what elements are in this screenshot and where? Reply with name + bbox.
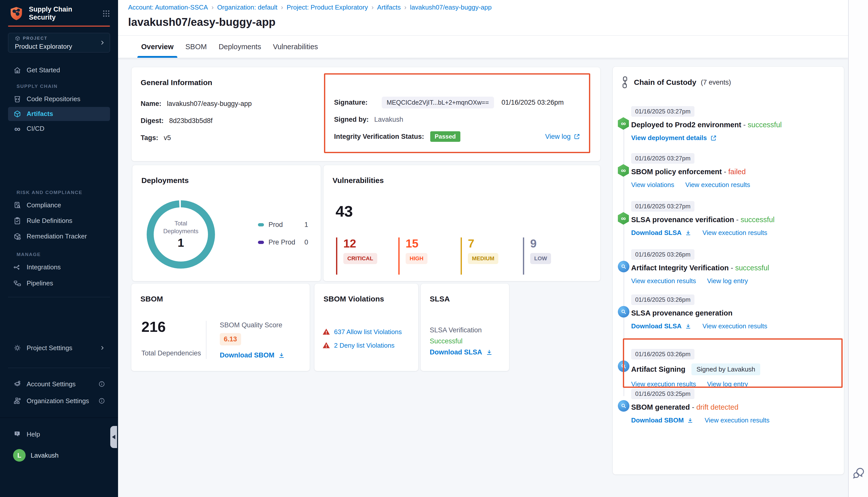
download-slsa-link[interactable]: Download SLSA — [631, 229, 691, 237]
event-status: failed — [728, 168, 746, 176]
pre-prod-legend-dot — [258, 241, 264, 244]
module-grid-icon[interactable] — [101, 9, 111, 18]
donut-center-label: Total Deployments — [161, 219, 201, 235]
project-selector[interactable]: PROJECT Product Exploratory — [8, 33, 110, 53]
total-dependencies-value: 216 — [141, 318, 166, 335]
pipeline-hexagon-icon: ∞ — [618, 117, 629, 130]
signature-timestamp: 01/16/2025 03:26pm — [502, 99, 564, 106]
download-sbom-link[interactable]: Download SBOM — [220, 351, 285, 359]
breadcrumb-organization[interactable]: Organization: default — [217, 3, 278, 11]
sidebar-item-project-settings[interactable]: Project Settings — [8, 341, 110, 355]
download-icon — [685, 323, 691, 330]
sidebar-item-label: Compliance — [27, 201, 61, 209]
sidebar-section-risk-compliance: RISK AND COMPLIANCE — [17, 190, 118, 195]
view-execution-results-link[interactable]: View execution results — [702, 322, 767, 330]
event-status: successful — [748, 121, 782, 129]
view-execution-results-link[interactable]: View execution results — [704, 416, 769, 424]
sbom-quality-score-value: 6.13 — [220, 333, 241, 345]
sidebar-item-account-settings[interactable]: Account Settings — [8, 377, 110, 391]
view-execution-results-link[interactable]: View execution results — [702, 229, 767, 237]
sidebar-item-pipelines[interactable]: Pipelines — [8, 276, 110, 290]
artifact-cube-icon — [13, 110, 22, 118]
sidebar-item-remediation-tracker[interactable]: Remediation Tracker — [8, 229, 110, 243]
signed-by-row: Signed by: Lavakush — [334, 114, 580, 125]
org-gear-icon — [13, 397, 22, 405]
sidebar-item-code-repositories[interactable]: Code Repositories — [8, 92, 110, 106]
sbom-quality-score-label: SBOM Quality Score — [220, 321, 285, 329]
view-log-link[interactable]: View log — [545, 133, 580, 141]
sbom-card: SBOM 216 Total Dependencies SBOM Quality… — [131, 284, 310, 371]
view-execution-results-link[interactable]: View execution results — [685, 181, 750, 189]
download-icon — [687, 417, 694, 424]
breadcrumb-separator: › — [372, 3, 374, 11]
slsa-card: SLSA SLSA Verification Successful Downlo… — [421, 284, 509, 371]
allow-list-violations-row: 637 Allow list Violations — [322, 328, 402, 336]
sidebar-item-integrations[interactable]: Integrations — [8, 260, 110, 274]
severity-critical: 12 CRITICAL — [336, 238, 398, 274]
download-sbom-link[interactable]: Download SBOM — [631, 416, 694, 424]
total-dependencies-label: Total Dependencies — [141, 350, 201, 357]
external-link-icon — [710, 135, 717, 141]
warning-triangle-icon — [322, 341, 330, 350]
panel-title: Chain of Custody — [634, 78, 696, 87]
chat-bubbles-icon[interactable] — [852, 466, 866, 480]
breadcrumb-account[interactable]: Account: Automation-SSCA — [128, 3, 208, 11]
infinity-icon: ∞ — [13, 125, 22, 133]
donut-center-value: 1 — [178, 236, 184, 250]
scan-circle-icon — [618, 261, 629, 272]
breadcrumb-project[interactable]: Project: Product Exploratory — [286, 3, 368, 11]
deny-list-violations-row: 2 Deny list Violations — [322, 341, 395, 350]
slsa-verification-label: SLSA Verification — [430, 326, 482, 334]
sidebar-item-label: Pipelines — [27, 279, 53, 287]
collapse-left-icon — [112, 435, 115, 439]
digest-row: Digest: 8d23bd3b5d8f — [141, 116, 212, 125]
clipboard-check-icon — [13, 217, 22, 225]
sidebar-item-organization-settings[interactable]: Organization Settings — [8, 394, 110, 408]
download-slsa-link[interactable]: Download SLSA — [631, 322, 691, 330]
sidebar-item-help[interactable]: ? Help — [8, 427, 110, 441]
sidebar-item-artifacts[interactable]: Artifacts — [8, 107, 110, 121]
severity-badge: HIGH — [406, 253, 428, 264]
breadcrumb-artifacts[interactable]: Artifacts — [377, 3, 401, 11]
view-violations-link[interactable]: View violations — [631, 181, 674, 189]
sidebar-collapse-toggle[interactable] — [110, 426, 117, 448]
deny-list-violations-link[interactable]: 2 Deny list Violations — [334, 342, 395, 350]
tab-sbom[interactable]: SBOM — [182, 36, 210, 58]
prod-legend-dot — [258, 223, 264, 226]
external-link-icon — [574, 133, 580, 140]
breadcrumb-artifact-name[interactable]: lavakush07/easy-buggy-app — [410, 3, 491, 11]
severity-medium: 7 MEDIUM — [461, 238, 523, 274]
user-menu[interactable]: L Lavakush — [8, 448, 110, 463]
view-deployment-details-link[interactable]: View deployment details — [631, 134, 717, 142]
sidebar-item-compliance[interactable]: Compliance — [8, 198, 110, 212]
event-timestamp: 01/16/2025 03:26pm — [631, 249, 695, 260]
sidebar-item-rule-definitions[interactable]: Rule Definitions — [8, 214, 110, 228]
allow-list-violations-link[interactable]: 637 Allow list Violations — [334, 328, 402, 336]
view-log-entry-link[interactable]: View log entry — [707, 277, 748, 285]
pipeline-hexagon-icon: ∞ — [618, 164, 629, 177]
severity-low: 9 LOW — [523, 238, 585, 274]
chain-of-custody-header: Chain of Custody (7 events) — [620, 76, 731, 88]
sidebar-item-label: Organization Settings — [27, 397, 89, 405]
view-execution-results-link[interactable]: View execution results — [631, 277, 696, 285]
right-rail — [848, 0, 868, 497]
download-slsa-link[interactable]: Download SLSA — [430, 349, 493, 356]
tags-value: v5 — [164, 134, 171, 142]
card-title: Vulnerabilities — [333, 176, 384, 185]
sidebar-item-cicd[interactable]: ∞ CI/CD — [8, 122, 110, 136]
tab-overview[interactable]: Overview — [137, 36, 177, 58]
sidebar-item-get-started[interactable]: Get Started — [8, 63, 110, 77]
events-count: (7 events) — [701, 79, 731, 86]
view-execution-results-link[interactable]: View execution results — [631, 380, 696, 388]
signature-value-chip[interactable]: MEQCICde2VjIT...bL+2+mqnOXw== — [382, 97, 494, 109]
event-title: SLSA provenance generation — [631, 309, 732, 317]
breadcrumb: Account: Automation-SSCA › Organization:… — [128, 3, 848, 11]
timeline-event-slsa-verification: ∞ 01/16/2025 03:27pm SLSA provenance ver… — [613, 201, 841, 237]
sidebar-divider — [8, 368, 110, 368]
tab-vulnerabilities[interactable]: Vulnerabilities — [269, 36, 322, 58]
tab-deployments[interactable]: Deployments — [215, 36, 265, 58]
layers-gear-icon — [13, 380, 22, 388]
prod-count: 1 — [304, 221, 308, 229]
view-log-entry-link[interactable]: View log entry — [707, 380, 748, 388]
module-accent-divider — [8, 26, 110, 27]
